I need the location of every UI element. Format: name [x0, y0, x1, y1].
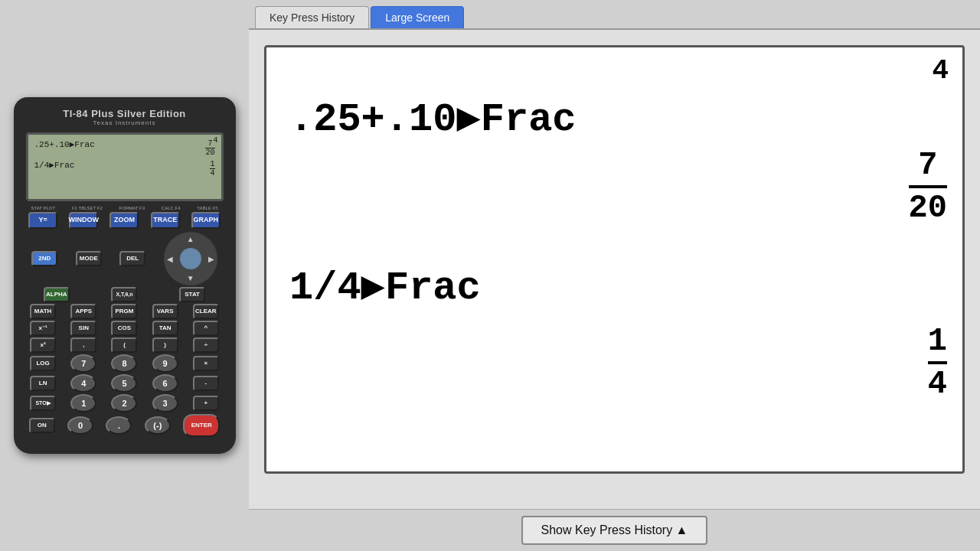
key-log[interactable]: LOG: [30, 356, 56, 371]
key-caret[interactable]: ^: [193, 321, 219, 336]
key-tan[interactable]: TAN: [152, 321, 178, 336]
ls-frac1-num: 7: [909, 147, 947, 184]
calculator: TI-84 Plus Silver Edition Texas Instrume…: [14, 97, 236, 454]
screen-corner: 4: [213, 136, 217, 145]
screen-den2: 4: [210, 168, 214, 178]
ls-frac2-den: 4: [928, 366, 947, 403]
key-1[interactable]: 1: [70, 394, 96, 412]
key-zoom[interactable]: ZOOM: [109, 212, 139, 229]
key-2[interactable]: 2: [111, 394, 137, 412]
key-nav[interactable]: ▲ ▼ ◀ ▶: [164, 232, 217, 285]
key-row-7: LOG 7 8 9 ×: [23, 354, 227, 373]
key-on[interactable]: ON: [29, 418, 55, 433]
show-history-button[interactable]: Show Key Press History ▲: [521, 516, 708, 545]
key-xton[interactable]: X,T,θ,n: [111, 287, 137, 302]
key-row-4: MATH APPS PRGM VARS CLEAR: [23, 304, 227, 319]
func-label-row: STAT PLOT F1 TBLSET F2 FORMAT F3 CALC F4…: [23, 206, 227, 210]
key-row-1: Y= WINDOW ZOOM TRACE GRAPH: [23, 212, 227, 229]
nav-up-icon: ▲: [187, 235, 194, 243]
key-trace[interactable]: TRACE: [151, 212, 180, 229]
calculator-panel: TI-84 Plus Silver Edition Texas Instrume…: [0, 0, 249, 551]
key-add[interactable]: +: [193, 396, 219, 411]
calc-header: TI-84 Plus Silver Edition Texas Instrume…: [23, 105, 227, 128]
key-3[interactable]: 3: [152, 394, 178, 412]
key-4[interactable]: 4: [70, 374, 96, 393]
calc-model: TI-84 Plus Silver Edition: [23, 108, 227, 119]
screen-line1: .25+.10▶Frac 7 20: [34, 139, 215, 157]
key-div[interactable]: ÷: [193, 337, 219, 353]
large-screen-display: 4 .25+.10▶Frac 7 20 1/4▶Frac 1 4: [264, 45, 965, 474]
key-ln[interactable]: LN: [30, 376, 56, 391]
key-sin[interactable]: SIN: [70, 321, 96, 336]
screen-num2: 1: [210, 160, 214, 168]
key-9[interactable]: 9: [152, 354, 178, 373]
nav-right-icon: ▶: [208, 255, 214, 263]
key-sub[interactable]: -: [193, 376, 219, 391]
key-comma[interactable]: ,: [70, 337, 96, 353]
key-rparen[interactable]: ): [152, 337, 178, 353]
key-6[interactable]: 6: [152, 374, 178, 393]
nav-down-icon: ▼: [187, 274, 194, 282]
key-stat[interactable]: STAT: [179, 287, 205, 302]
key-window[interactable]: WINDOW: [69, 212, 98, 229]
key-row-5: x⁻¹ SIN COS TAN ^: [23, 321, 227, 336]
key-row-8: LN 4 5 6 -: [23, 374, 227, 393]
key-5[interactable]: 5: [111, 374, 137, 393]
tab-large-screen[interactable]: Large Screen: [371, 6, 464, 28]
key-del[interactable]: DEL: [119, 251, 145, 266]
ls-frac1-line: [909, 185, 947, 188]
calc-screen: 4 .25+.10▶Frac 7 20 1/4▶Frac 1 4: [26, 132, 224, 201]
nav-center[interactable]: [180, 248, 201, 269]
key-x2[interactable]: x²: [30, 337, 56, 353]
key-y-equals[interactable]: Y=: [28, 212, 57, 229]
key-cos[interactable]: COS: [111, 321, 137, 336]
key-sto[interactable]: STO▶: [30, 396, 56, 411]
ls-frac2-num: 1: [928, 323, 947, 360]
key-row-10: ON 0 . (-) ENTER: [23, 414, 227, 437]
ls-fraction2: 1 4: [928, 323, 947, 403]
bottom-bar: Show Key Press History ▲: [249, 509, 980, 551]
ls-corner: 4: [932, 55, 949, 86]
screen-result2: 1 4: [210, 160, 214, 178]
ls-line2: 1/4▶Frac: [289, 262, 481, 311]
key-neg[interactable]: (-): [145, 416, 171, 435]
screen-expr1: .25+.10▶Frac: [34, 139, 95, 149]
calc-brand: Texas Instruments: [23, 119, 227, 126]
key-xinv[interactable]: x⁻¹: [30, 321, 56, 336]
key-enter[interactable]: ENTER: [183, 414, 220, 437]
key-row-6: x² , ( ) ÷: [23, 337, 227, 353]
key-row-3: ALPHA X,T,θ,n STAT: [23, 287, 227, 302]
ls-frac1-den: 20: [909, 190, 947, 227]
ls-frac2-line: [928, 361, 947, 364]
key-dot[interactable]: .: [106, 416, 132, 435]
key-8[interactable]: 8: [111, 354, 137, 373]
key-graph[interactable]: GRAPH: [191, 212, 220, 229]
key-prgm[interactable]: PRGM: [111, 304, 137, 319]
ls-line1: .25+.10▶Frac: [289, 93, 577, 142]
key-clear[interactable]: CLEAR: [193, 304, 219, 319]
key-row-9: STO▶ 1 2 3 +: [23, 394, 227, 412]
key-7[interactable]: 7: [70, 354, 96, 373]
screen-line2: 1/4▶Frac 1 4: [34, 160, 215, 178]
tab-bar: Key Press History Large Screen: [249, 0, 980, 30]
key-row-2: 2ND MODE DEL ▲ ▼ ◀ ▶: [23, 232, 227, 285]
ls-fraction1: 7 20: [909, 147, 947, 227]
main-content: 4 .25+.10▶Frac 7 20 1/4▶Frac 1 4: [249, 30, 980, 509]
key-alpha[interactable]: ALPHA: [44, 287, 70, 302]
screen-expr2: 1/4▶Frac: [34, 160, 75, 170]
key-2nd[interactable]: 2ND: [31, 251, 57, 266]
key-lparen[interactable]: (: [111, 337, 137, 353]
key-mode[interactable]: MODE: [76, 251, 102, 266]
screen-den1: 20: [205, 148, 214, 157]
nav-left-icon: ◀: [167, 255, 173, 263]
key-apps[interactable]: APPS: [70, 304, 96, 319]
key-mul[interactable]: ×: [193, 356, 219, 371]
tab-history[interactable]: Key Press History: [255, 6, 369, 28]
key-0[interactable]: 0: [67, 416, 93, 435]
key-vars[interactable]: VARS: [152, 304, 178, 319]
right-panel: Key Press History Large Screen 4 .25+.10…: [249, 0, 980, 551]
key-math[interactable]: MATH: [30, 304, 56, 319]
